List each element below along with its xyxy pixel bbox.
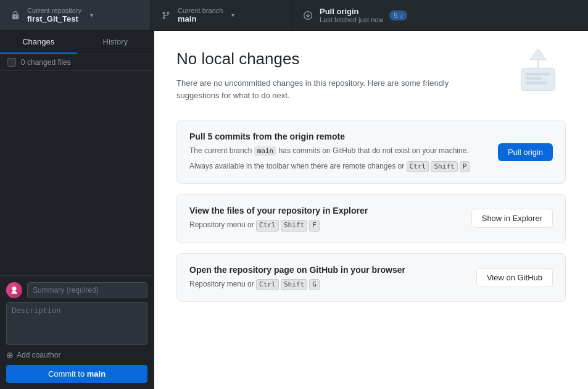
view-github-title: Open the repository page on GitHub in yo… [189, 265, 464, 275]
svg-rect-1 [526, 73, 550, 76]
view-github-card: Open the repository page on GitHub in yo… [176, 253, 566, 303]
pull-commits-desc: The current branch main has commits on G… [189, 145, 486, 157]
repo-chevron-icon: ▾ [90, 12, 93, 19]
branch-label: Current branch [178, 7, 223, 14]
pull-icon [302, 10, 313, 21]
pull-info: Pull origin Last fetched just now [320, 7, 383, 23]
repo-label: Current repository [27, 7, 81, 14]
avatar [6, 282, 22, 298]
pull-shortcut-line: Always available in the toolbar when the… [189, 161, 486, 173]
commit-button[interactable]: Commit to main [6, 365, 147, 383]
view-github-desc: Repository menu or Ctrl Shift G [189, 278, 464, 291]
branch-icon [160, 10, 172, 21]
add-coauthor-icon: ⊕ [6, 350, 14, 360]
add-coauthor-label: Add coauthor [17, 351, 60, 359]
no-changes-desc: There are no uncommitted changes in this… [176, 77, 485, 101]
view-github-card-content: Open the repository page on GitHub in yo… [189, 265, 464, 291]
add-coauthor-button[interactable]: ⊕ Add coauthor [6, 349, 147, 361]
tab-changes[interactable]: Changes [0, 31, 77, 54]
show-explorer-title: View the files of your repository in Exp… [189, 206, 459, 215]
sidebar: Changes History 0 changed files ⊕ [0, 31, 154, 389]
summary-input[interactable] [27, 282, 147, 298]
toolbar: Current repository first_Git_Test ▾ Curr… [0, 0, 588, 31]
main-content: No local changes There are no uncommitte… [154, 31, 588, 389]
show-explorer-card-content: View the files of your repository in Exp… [189, 206, 459, 232]
pull-label: Pull origin [320, 7, 383, 16]
view-on-github-button[interactable]: View on GitHub [476, 268, 553, 287]
repo-info: Current repository first_Git_Test [27, 7, 81, 23]
no-changes-title: No local changes [176, 49, 566, 69]
sidebar-tabs: Changes History [0, 31, 154, 54]
show-in-explorer-button[interactable]: Show in Explorer [471, 209, 553, 228]
changed-files-row: 0 changed files [0, 54, 154, 71]
pull-commits-card-content: Pull 5 commits from the origin remote Th… [189, 132, 486, 172]
pull-count-badge: 5 ↓ [389, 10, 407, 20]
branch-name: main [178, 14, 223, 23]
illustration [510, 43, 566, 99]
pull-sublabel: Last fetched just now [320, 16, 383, 23]
branch-info: Current branch main [178, 7, 223, 23]
commit-top-row [6, 282, 147, 298]
pull-origin-section[interactable]: Pull origin Last fetched just now 5 ↓ [292, 0, 588, 30]
commit-area: ⊕ Add coauthor Commit to main [0, 275, 154, 389]
tab-history[interactable]: History [77, 31, 154, 54]
current-repo-section[interactable]: Current repository first_Git_Test ▾ [0, 0, 151, 30]
description-input[interactable] [6, 302, 147, 345]
pull-commits-title: Pull 5 commits from the origin remote [189, 132, 486, 141]
show-explorer-card: View the files of your repository in Exp… [176, 194, 566, 243]
repo-name: first_Git_Test [27, 14, 81, 23]
pull-commits-card: Pull 5 commits from the origin remote Th… [176, 120, 566, 184]
branch-code: main [254, 146, 277, 156]
pull-origin-button[interactable]: Pull origin [498, 143, 553, 161]
svg-rect-2 [526, 77, 542, 80]
current-branch-section[interactable]: Current branch main ▾ [151, 0, 292, 30]
no-changes-header: No local changes There are no uncommitte… [176, 49, 566, 101]
svg-rect-3 [526, 82, 547, 85]
show-explorer-desc: Repository menu or Ctrl Shift F [189, 219, 459, 232]
branch-chevron-icon: ▾ [231, 12, 234, 19]
sidebar-spacer [0, 71, 154, 275]
changed-files-count: 0 changed files [21, 58, 71, 67]
svg-marker-4 [530, 49, 547, 60]
lock-icon [10, 10, 21, 21]
app-layout: Changes History 0 changed files ⊕ [0, 31, 588, 389]
select-all-checkbox[interactable] [7, 58, 16, 67]
